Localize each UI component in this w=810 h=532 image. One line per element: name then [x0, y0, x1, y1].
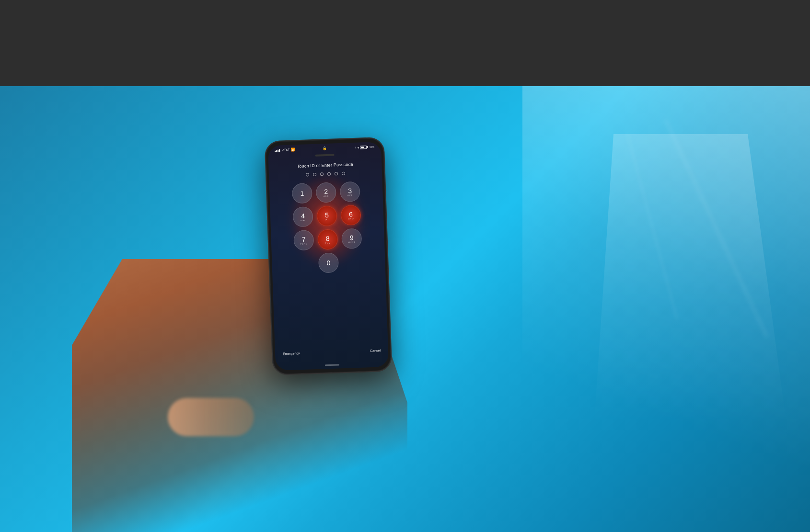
status-left: AT&T 📶 [275, 147, 295, 152]
phone-screen: AT&T 📶 🔒 ↑ ✦ 59% [268, 142, 389, 371]
key-2-number: 2 [324, 188, 328, 194]
key-7-number: 7 [302, 236, 306, 242]
key-1-number: 1 [300, 190, 304, 196]
bluetooth-icon: ✦ [357, 146, 359, 149]
key-4-letters: GHI [301, 219, 305, 221]
key-8-number: 8 [326, 235, 330, 241]
key-3-letters: DEF [347, 194, 353, 196]
status-right: ↑ ✦ 59% [354, 145, 374, 149]
home-indicator [325, 364, 339, 366]
keypad: 1 2 ABC 3 DEF [292, 181, 363, 274]
key-4[interactable]: 4 GHI [292, 206, 313, 227]
carrier-label: AT&T [282, 148, 289, 152]
signal-bar-4 [279, 149, 280, 152]
phone-body: AT&T 📶 🔒 ↑ ✦ 59% [265, 137, 393, 375]
wifi-icon: 📶 [291, 147, 295, 151]
passcode-title: Touch ID or Enter Passcode [297, 162, 354, 169]
speaker [315, 154, 335, 156]
status-center: 🔒 [323, 147, 327, 150]
key-3-number: 3 [348, 187, 352, 194]
key-5-number: 5 [325, 211, 329, 218]
battery-label: 59% [370, 146, 374, 148]
battery-fill [361, 147, 364, 148]
key-2[interactable]: 2 ABC [316, 182, 336, 203]
location-icon: ↑ [354, 146, 356, 149]
key-7-letters: PQRS [300, 243, 307, 245]
key-9[interactable]: 9 WXYZ [341, 228, 362, 249]
key-9-number: 9 [350, 234, 354, 241]
emergency-button[interactable]: Emergency [283, 351, 300, 355]
lock-icon: 🔒 [323, 147, 327, 150]
battery-icon [360, 145, 368, 149]
key-1[interactable]: 1 [292, 183, 312, 204]
passcode-area: Touch ID or Enter Passcode 1 [268, 157, 389, 364]
battery-body [360, 146, 367, 149]
key-6-number: 6 [349, 211, 353, 217]
phone-bottom-buttons: Emergency Cancel [275, 344, 389, 361]
key-4-number: 4 [301, 212, 305, 219]
key-2-letters: ABC [324, 195, 329, 197]
key-9-letters: WXYZ [348, 241, 356, 244]
background-top [0, 0, 810, 96]
key-0[interactable]: 0 [318, 252, 339, 273]
battery-tip [368, 146, 369, 148]
key-6[interactable]: 6 MNO [340, 205, 361, 226]
key-5[interactable]: 5 JKL [316, 205, 337, 226]
key-5-letters: JKL [324, 218, 329, 220]
phone: AT&T 📶 🔒 ↑ ✦ 59% [265, 137, 393, 375]
keypad-row-4: 0 [318, 252, 339, 273]
key-8[interactable]: 8 TUV [317, 229, 338, 249]
key-7[interactable]: 7 PQRS [293, 230, 314, 250]
key-6-letters: MNO [348, 218, 354, 220]
key-8-letters: TUV [325, 242, 330, 244]
finger-highlight [168, 398, 254, 436]
status-bar: AT&T 📶 🔒 ↑ ✦ 59% [268, 142, 381, 154]
keypad-row-1: 1 2 ABC 3 DEF [292, 181, 360, 204]
signal-bar-3 [278, 149, 278, 152]
key-0-number: 0 [326, 260, 330, 266]
passcode-dot-6 [342, 172, 345, 175]
signal-bars [275, 148, 280, 152]
signal-bar-1 [275, 150, 276, 152]
cancel-button[interactable]: Cancel [370, 349, 381, 352]
signal-bar-2 [276, 150, 277, 152]
key-3[interactable]: 3 DEF [340, 181, 360, 202]
keypad-row-3: 7 PQRS 8 TUV 9 WXYZ [293, 228, 362, 251]
passcode-dot-1 [306, 173, 309, 176]
keypad-row-2: 4 GHI 5 JKL 6 MNO [292, 205, 361, 227]
